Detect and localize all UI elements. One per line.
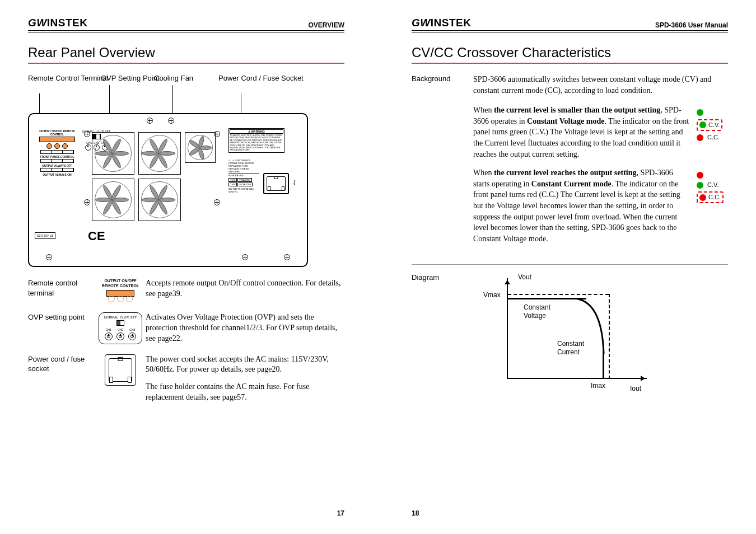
led-red-icon [697, 134, 703, 141]
power-socket-icon [95, 354, 146, 404]
desc-row-power: Power cord / fuse socket The power cord … [28, 354, 344, 404]
ovp-block-icon: NORMAL O.V.P. SET CH1CH2CH3 [95, 312, 146, 344]
desc-label: Remote control terminal [28, 278, 95, 302]
callout-ovp: OVP Setting Point [101, 74, 160, 83]
rear-panel-box: OUTPUT ON/OFF REMOTE CONTROL FRONT PANEL… [28, 113, 308, 267]
background-section: Background SPD-3606 automatically switch… [412, 74, 728, 252]
ac-symbol: 〜 [290, 180, 298, 185]
led-green-icon [699, 121, 706, 128]
rear-panel-diagram: Remote Control Terminal OVP Setting Poin… [28, 74, 344, 267]
screw-icon [46, 254, 52, 260]
page-title: CV/CC Crossover Characteristics [412, 45, 728, 64]
screw-icon [168, 118, 174, 124]
callout-power: Power Cord / Fuse Socket [218, 74, 304, 83]
desc-text: The power cord socket accepts the AC mai… [146, 354, 344, 404]
axis-label-imax: Imax [591, 381, 605, 391]
ce-mark: CE [88, 229, 105, 243]
section-label: Diagram [412, 273, 473, 396]
led-green-icon [697, 182, 703, 189]
cc-text: When the current level reaches the outpu… [473, 167, 690, 244]
cc-paragraph: When the current level reaches the outpu… [473, 167, 728, 244]
cv-text: When the current level is smaller than t… [473, 105, 690, 160]
page-right: GWINSTEK SPD-3606 User Manual CV/CC Cros… [378, 17, 756, 517]
description-table: Remote control terminal OUTPUT ON/OFF RE… [28, 278, 344, 413]
page-title: Rear Panel Overview [28, 45, 344, 64]
header-section: OVERVIEW [309, 21, 344, 29]
region-label-cv: ConstantVoltage [524, 303, 550, 320]
region-label-cc: ConstantCurrent [557, 340, 584, 356]
cv-paragraph: When the current level is smaller than t… [473, 105, 728, 160]
fan-icon [138, 179, 181, 221]
fan-icon [92, 132, 134, 175]
diagram-section: Diagram Vout Vmax Iout Imax [412, 273, 728, 396]
background-text: SPD-3606 automatically switches between … [473, 74, 728, 96]
remote-switch-block: OUTPUT ON/OFF REMOTE CONTROL FRONT PANEL… [35, 128, 80, 176]
desc-row-remote: Remote control terminal OUTPUT ON/OFF RE… [28, 278, 344, 302]
header-left: GWINSTEK OVERVIEW [28, 17, 344, 32]
page-left: GWINSTEK OVERVIEW Rear Panel Overview Re… [0, 17, 378, 517]
fan-icon [138, 132, 181, 175]
screw-icon [284, 254, 290, 260]
led-red-icon [697, 172, 703, 179]
desc-row-ovp: OVP setting point NORMAL O.V.P. SET CH1C… [28, 312, 344, 344]
brand-logo: GWINSTEK [28, 17, 87, 29]
callout-fan: Cooling Fan [154, 74, 193, 83]
power-socket-icon [263, 173, 289, 194]
desc-text: Activates Over Voltage Protection (OVP) … [146, 312, 344, 344]
page-number: 18 [412, 509, 419, 517]
fan-icon [185, 132, 216, 163]
header-doc-title: SPD-3606 User Manual [655, 21, 728, 29]
axis-label-iout: Iout [630, 384, 641, 394]
screw-icon [84, 199, 90, 205]
fuse-rating-area: ⚠ ⚠ DISCONNECT POWER CORD BEFORE REPLACI… [228, 159, 259, 193]
screw-icon [242, 254, 248, 260]
brand-logo: GWINSTEK [412, 17, 471, 29]
header-right: GWINSTEK SPD-3606 User Manual [412, 17, 728, 32]
remote-terminal-icon: OUTPUT ON/OFF REMOTE CONTROL [95, 278, 146, 302]
axis-label-vout: Vout [518, 273, 531, 282]
axis-label-vmax: Vmax [483, 291, 501, 300]
section-body: SPD-3606 automatically switches between … [473, 74, 728, 252]
cv-cc-diagram: Vout Vmax Iout Imax ConstantVoltage Cons… [479, 273, 658, 396]
section-label: Background [412, 74, 473, 252]
cc-indicator-figure: C.V. C.C. [697, 167, 728, 244]
warning-label: ⚠ WARNING TO AVOID ELECTRIC SHOCK THE PO… [228, 128, 284, 153]
page-number: 17 [337, 509, 344, 517]
desc-text: Accepts remote output On/Off control con… [146, 278, 344, 302]
desc-label: Power cord / fuse socket [28, 354, 95, 404]
led-green-icon [697, 109, 703, 116]
screw-icon [147, 118, 153, 124]
led-red-icon [699, 194, 706, 201]
callout-remote: Remote Control Terminal [28, 74, 109, 83]
screw-icon [214, 199, 220, 205]
desc-label: OVP setting point [28, 312, 95, 344]
cv-indicator-figure: C.V. C.C. [697, 105, 728, 160]
fan-icon [92, 179, 134, 221]
serial-label: SER. NO. LB [35, 232, 55, 239]
